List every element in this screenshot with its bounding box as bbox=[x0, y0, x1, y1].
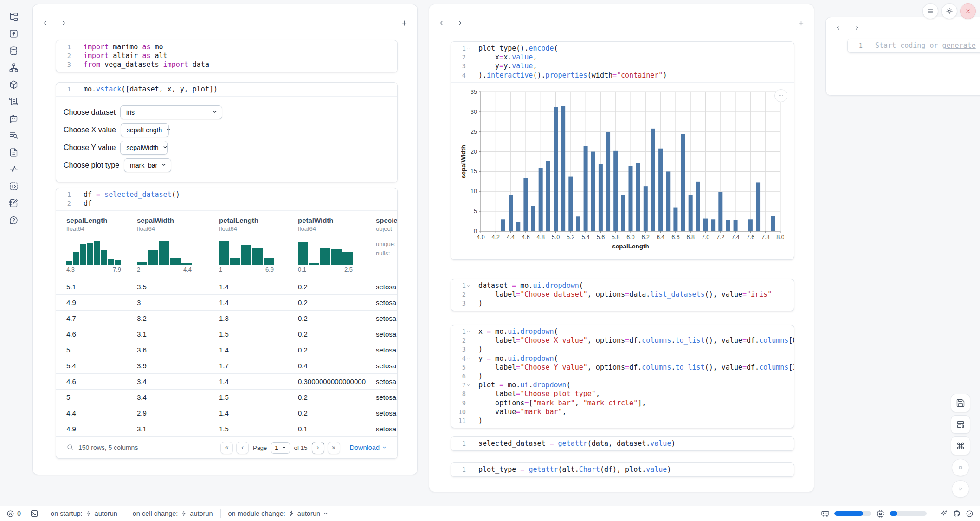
chevron-left-icon[interactable] bbox=[436, 17, 447, 28]
code-line: x = mo.ui.dropdown( bbox=[472, 327, 794, 336]
chart-actions-button[interactable] bbox=[774, 89, 787, 102]
code-token: data bbox=[188, 60, 209, 69]
sidebar-item-bot-chat[interactable] bbox=[5, 111, 22, 125]
line-number: 7 bbox=[451, 381, 472, 390]
dropdown-select-sepalWidth[interactable]: sepalWidth bbox=[120, 141, 168, 155]
code-editor[interactable]: 123dataset = mo.ui.dropdown( label="Choo… bbox=[451, 279, 794, 311]
line-number: 1 bbox=[451, 281, 472, 290]
code-editor[interactable]: 1234plot_type().encode( x=x.value, y=y.v… bbox=[451, 42, 794, 82]
sidebar-item-database[interactable] bbox=[5, 44, 22, 58]
code-editor[interactable]: 123import marimo as moimport altair as a… bbox=[56, 40, 397, 72]
altair-bar-chart[interactable]: 4.04.24.44.64.85.05.25.45.65.86.06.26.46… bbox=[459, 86, 784, 253]
layout-button[interactable] bbox=[951, 415, 970, 434]
sidebar-item-dependency-graph[interactable] bbox=[5, 61, 22, 75]
check-circle-icon bbox=[966, 510, 974, 518]
code-editor[interactable]: 1Start coding or generate with AI. bbox=[848, 39, 980, 52]
dropdown-select-iris[interactable]: iris bbox=[120, 105, 222, 119]
line-number: 2 bbox=[56, 52, 77, 60]
chevron-right-icon[interactable] bbox=[58, 17, 69, 28]
settings-button[interactable] bbox=[941, 3, 957, 19]
code-editor[interactable]: 12df = selected_dataset()df bbox=[56, 188, 397, 210]
code-block[interactable]: 1mo.vstack([dataset, x, y, plot]) bbox=[56, 83, 397, 96]
sidebar-item-activity[interactable] bbox=[5, 163, 22, 176]
code-token: [1] bbox=[788, 363, 794, 371]
code-token: ( bbox=[554, 354, 558, 363]
terminal-button[interactable] bbox=[30, 509, 39, 518]
sidebar-item-file-tree[interactable] bbox=[5, 10, 22, 24]
fold-chevron-icon bbox=[466, 329, 471, 334]
code-editor[interactable]: 1234567891011x = mo.ui.dropdown( label="… bbox=[451, 325, 794, 428]
code-token: "mark_bar" bbox=[533, 399, 574, 407]
run-button[interactable] bbox=[952, 480, 969, 498]
code-token: ([dataset, x, y, plot]) bbox=[121, 85, 218, 93]
prev-page-button[interactable]: ‹ bbox=[236, 442, 249, 454]
ai-assist-button[interactable] bbox=[940, 509, 948, 518]
code-editor[interactable]: 1plot_type = getattr(alt.Chart(df), plot… bbox=[451, 463, 794, 476]
notebook-column-left: 123import marimo as moimport altair as a… bbox=[32, 4, 418, 475]
code-block[interactable]: 1selected_dataset = getattr(data, datase… bbox=[451, 437, 794, 450]
error-count-button[interactable]: 0 bbox=[6, 510, 21, 518]
table-cell: setosa bbox=[366, 299, 397, 306]
code-block[interactable]: 123dataset = mo.ui.dropdown( label="Choo… bbox=[451, 279, 794, 311]
runtime-config-1[interactable]: on cell change:autorun bbox=[133, 510, 213, 517]
column-name: sepalLength bbox=[66, 216, 127, 224]
code-token: as bbox=[142, 52, 150, 60]
add-cell-button[interactable] bbox=[399, 17, 410, 28]
page-number-select[interactable]: 1 bbox=[271, 442, 290, 454]
command-palette-button[interactable] bbox=[951, 436, 970, 455]
chevron-left-icon[interactable] bbox=[39, 17, 51, 28]
sidebar-item-code-dashed[interactable] bbox=[5, 179, 22, 193]
code-editor[interactable]: 1selected_dataset = getattr(data, datase… bbox=[451, 437, 794, 450]
table-cell: 4.7 bbox=[56, 314, 127, 322]
x-tick-label: 5.6 bbox=[597, 234, 605, 241]
sidebar-item-function-square[interactable] bbox=[5, 27, 22, 41]
sidebar-item-notebook-pen[interactable] bbox=[5, 196, 22, 210]
dropdown-select-sepalLength[interactable]: sepalLength bbox=[121, 123, 169, 137]
bar bbox=[703, 218, 708, 231]
menu-button[interactable] bbox=[922, 3, 938, 19]
runtime-config-0[interactable]: on startup:autorun bbox=[51, 510, 117, 517]
stop-button[interactable] bbox=[952, 459, 969, 476]
connection-status-button[interactable] bbox=[966, 510, 974, 518]
sidebar-item-scroll-text[interactable] bbox=[5, 95, 22, 109]
search-icon[interactable] bbox=[66, 443, 74, 452]
code-block[interactable]: 123import marimo as moimport altair as a… bbox=[56, 40, 397, 72]
last-page-button[interactable]: » bbox=[328, 442, 340, 454]
chevron-right-icon[interactable] bbox=[454, 17, 465, 28]
code-block[interactable]: 1234plot_type().encode( x=x.value, y=y.v… bbox=[451, 42, 794, 82]
code-token: (data, dataset. bbox=[587, 439, 650, 448]
dropdown-select-mark_bar[interactable]: mark_bar bbox=[124, 158, 171, 172]
bar bbox=[546, 161, 550, 231]
code-token: = bbox=[520, 465, 524, 474]
table-cell: setosa bbox=[366, 425, 397, 433]
code-editor[interactable]: 1mo.vstack([dataset, x, y, plot]) bbox=[56, 83, 397, 96]
stop-icon bbox=[956, 463, 965, 472]
sidebar-item-file-text[interactable] bbox=[5, 145, 22, 159]
sidebar-item-doc-search[interactable] bbox=[5, 129, 22, 143]
histogram-bar bbox=[159, 241, 169, 265]
add-cell-button[interactable] bbox=[795, 17, 806, 28]
code-block[interactable]: 12df = selected_dataset()df bbox=[56, 188, 397, 210]
code-token: plot_type(). bbox=[478, 44, 529, 52]
x-tick-label: 7.4 bbox=[731, 234, 739, 241]
code-block[interactable]: 1234567891011x = mo.ui.dropdown( label="… bbox=[451, 325, 794, 428]
save-button[interactable] bbox=[951, 394, 970, 412]
next-page-button[interactable]: › bbox=[312, 442, 324, 454]
y-tick-label: 10 bbox=[471, 188, 477, 195]
chevron-right-icon[interactable] bbox=[851, 22, 862, 33]
sidebar-item-package[interactable] bbox=[5, 78, 22, 91]
table-cell: 3.1 bbox=[127, 330, 209, 338]
chevron-left-icon[interactable] bbox=[832, 22, 844, 33]
download-button[interactable]: Download bbox=[350, 444, 387, 451]
sidebar-item-help-chat[interactable] bbox=[5, 213, 22, 227]
table-cell: setosa bbox=[366, 283, 397, 291]
runtime-config-2[interactable]: on module change:autorun bbox=[228, 510, 329, 517]
table-row: 4.931.40.2setosa bbox=[56, 294, 397, 310]
code-block[interactable]: 1Start coding or generate with AI. bbox=[848, 39, 980, 52]
fold-spacer bbox=[71, 53, 76, 59]
shutdown-button[interactable] bbox=[960, 3, 976, 19]
first-page-button[interactable]: « bbox=[220, 442, 233, 454]
code-block[interactable]: 1plot_type = getattr(alt.Chart(df), plot… bbox=[451, 463, 794, 476]
github-button[interactable] bbox=[953, 509, 961, 518]
dropdown-row: Choose X valuesepalLength bbox=[64, 123, 390, 137]
